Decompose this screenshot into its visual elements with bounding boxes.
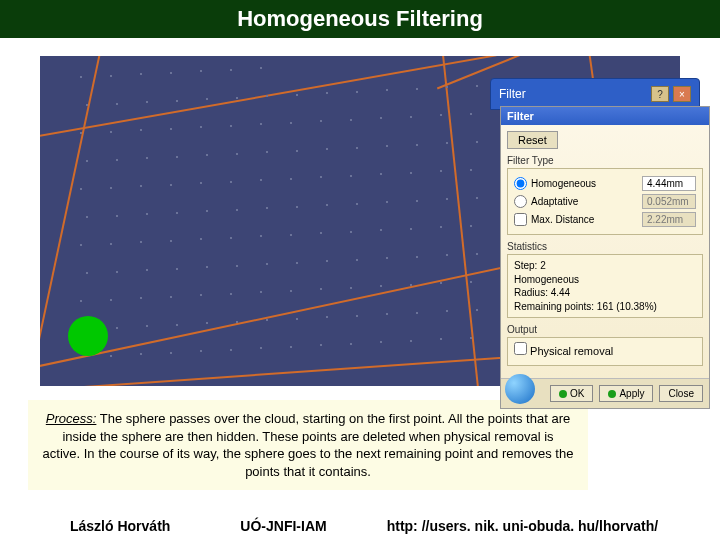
filter-dialog: Filter Reset Filter Type Homogeneous Ada… — [500, 106, 710, 409]
process-text: The sphere passes over the cloud, starti… — [43, 411, 574, 479]
close-icon[interactable]: × — [673, 86, 691, 102]
ok-button[interactable]: OK — [550, 385, 593, 402]
filter-type-label: Filter Type — [507, 155, 703, 166]
output-group: Physical removal — [507, 337, 703, 366]
statistics-label: Statistics — [507, 241, 703, 252]
process-description: Process: The sphere passes over the clou… — [28, 400, 588, 490]
adaptive-radio[interactable]: Adaptative — [514, 195, 578, 208]
max-distance-label: Max. Distance — [531, 214, 594, 225]
filter-type-group: Homogeneous Adaptative Max. Distance — [507, 168, 703, 235]
dialog-titlebar[interactable]: Filter — [501, 107, 709, 125]
reset-button[interactable]: Reset — [507, 131, 558, 149]
close-label: Close — [668, 388, 694, 399]
footer: László Horváth UÓ-JNFI-IAM http: //users… — [0, 518, 720, 534]
homogeneous-label: Homogeneous — [531, 178, 596, 189]
dialog-title-back: Filter — [499, 87, 526, 101]
physical-removal-checkbox[interactable]: Physical removal — [514, 345, 613, 357]
ok-label: OK — [570, 388, 584, 399]
adaptive-radio-input[interactable] — [514, 195, 527, 208]
homogeneous-radio[interactable]: Homogeneous — [514, 177, 596, 190]
adaptive-value — [642, 194, 696, 209]
footer-org: UÓ-JNFI-IAM — [240, 518, 326, 534]
output-label: Output — [507, 324, 703, 335]
help-icon[interactable]: ? — [651, 86, 669, 102]
footer-url: http: //users. nik. uni-obuda. hu/lhorva… — [387, 518, 658, 534]
homogeneous-value[interactable] — [642, 176, 696, 191]
close-button[interactable]: Close — [659, 385, 703, 402]
statistics-box: Step: 2HomogeneousRadius: 4.44Remaining … — [507, 254, 703, 318]
physical-removal-label: Physical removal — [530, 345, 613, 357]
dialog-buttons: OK Apply Close — [501, 378, 709, 408]
physical-removal-checkbox-input[interactable] — [514, 342, 527, 355]
apply-label: Apply — [619, 388, 644, 399]
process-label: Process: — [46, 411, 97, 426]
filter-sphere — [68, 316, 108, 356]
page-title: Homogeneous Filtering — [0, 0, 720, 38]
max-distance-checkbox-input[interactable] — [514, 213, 527, 226]
max-distance-checkbox[interactable]: Max. Distance — [514, 213, 594, 226]
adaptive-label: Adaptative — [531, 196, 578, 207]
footer-author: László Horváth — [70, 518, 170, 534]
homogeneous-radio-input[interactable] — [514, 177, 527, 190]
dialog-title: Filter — [507, 110, 534, 122]
globe-icon — [505, 374, 535, 404]
max-distance-value — [642, 212, 696, 227]
apply-button[interactable]: Apply — [599, 385, 653, 402]
